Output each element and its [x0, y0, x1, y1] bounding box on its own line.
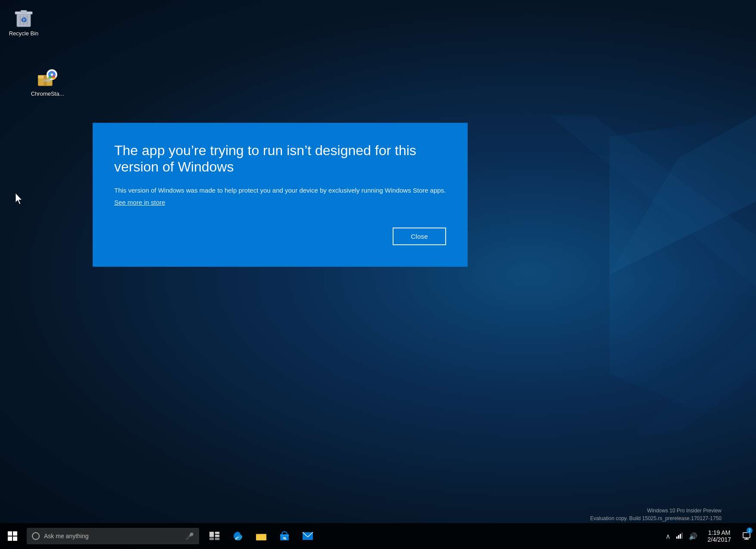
clock-time: 1:19 AM	[708, 529, 730, 536]
recycle-bin-icon[interactable]: ♻ Recycle Bin	[4, 4, 43, 39]
action-center-button[interactable]: 2	[737, 523, 756, 549]
svg-rect-28	[215, 532, 219, 534]
dialog-body: This version of Windows was made to help…	[114, 186, 446, 196]
svg-rect-25	[8, 537, 12, 541]
file-explorer-button[interactable]	[250, 523, 272, 549]
search-placeholder: Ask me anything	[44, 533, 89, 540]
svg-rect-40	[680, 534, 681, 539]
svg-rect-31	[215, 538, 219, 540]
network-icon[interactable]	[676, 531, 684, 541]
chevron-up-icon[interactable]: ∧	[665, 532, 671, 540]
desktop-icons: ♻ Recycle Bin	[4, 4, 67, 99]
dialog-title: The app you’re trying to run isn’t desig…	[114, 142, 446, 175]
chromesta-icon[interactable]: ChromeSta...	[28, 65, 67, 99]
start-button[interactable]	[0, 523, 25, 549]
svg-rect-29	[215, 535, 219, 537]
search-bar[interactable]: Ask me anything 🎤	[27, 528, 199, 544]
eval-line1: Windows 10 Pro Insider Preview	[590, 507, 722, 515]
desktop: ♻ Recycle Bin	[0, 0, 756, 549]
volume-icon[interactable]: 🔊	[689, 532, 697, 540]
svg-rect-41	[681, 533, 683, 539]
clock-area[interactable]: 1:19 AM 2/4/2017	[702, 523, 737, 549]
svg-rect-43	[744, 539, 749, 540]
store-button[interactable]: 🛍	[273, 523, 296, 549]
svg-rect-38	[676, 537, 678, 539]
tray-icons: ∧ 🔊	[661, 531, 702, 541]
see-more-in-store-link[interactable]: See more in store	[114, 199, 446, 206]
edge-browser-button[interactable]	[227, 523, 249, 549]
mail-button[interactable]	[297, 523, 319, 549]
svg-point-20	[51, 73, 53, 75]
windows-logo-background	[463, 115, 756, 434]
svg-rect-24	[13, 531, 17, 536]
close-button[interactable]: Close	[393, 228, 446, 245]
svg-text:🛍: 🛍	[283, 537, 286, 540]
eval-line2: Evaluation copy. Build 15025.rs_prerelea…	[590, 515, 722, 522]
svg-rect-8	[21, 10, 27, 12]
task-view-button[interactable]	[203, 523, 226, 549]
microphone-icon: 🎤	[185, 532, 194, 540]
recycle-bin-label: Recycle Bin	[9, 30, 39, 37]
svg-point-21	[43, 79, 52, 81]
chromesta-image	[36, 66, 59, 89]
dialog-footer: Close	[114, 228, 446, 245]
recycle-bin-image: ♻	[12, 6, 35, 28]
svg-rect-27	[209, 532, 214, 537]
svg-marker-22	[16, 193, 22, 204]
search-circle-icon	[32, 532, 40, 540]
evaluation-watermark: Windows 10 Pro Insider Preview Evaluatio…	[590, 507, 722, 522]
app-incompatibility-dialog: The app you’re trying to run isn’t desig…	[93, 123, 468, 267]
chromesta-label: ChromeSta...	[31, 90, 64, 97]
system-tray: ∧ 🔊 1:19 AM 2/4/2017	[661, 523, 756, 549]
notification-count: 2	[747, 527, 753, 533]
svg-rect-30	[209, 538, 214, 540]
mouse-cursor	[16, 193, 24, 205]
svg-rect-33	[256, 534, 266, 535]
clock-date: 2/4/2017	[708, 536, 731, 543]
svg-rect-39	[678, 535, 679, 539]
svg-rect-26	[13, 537, 17, 541]
taskbar: Ask me anything 🎤	[0, 523, 756, 549]
svg-rect-23	[8, 531, 12, 536]
taskbar-pinned-items: 🛍	[203, 523, 319, 549]
